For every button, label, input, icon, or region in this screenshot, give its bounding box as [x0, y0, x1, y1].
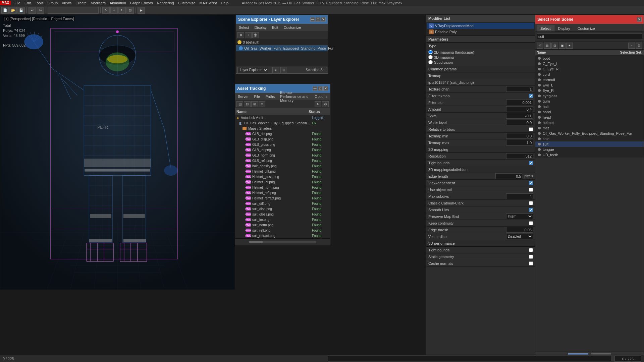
asset-row-hair-density[interactable]: PNG hair_density.png Found [235, 163, 330, 169]
close-x-btn[interactable]: ✕ [237, 32, 244, 38]
asset-row-helmet-norm[interactable]: PNG Helmet_norm.png Found [235, 185, 330, 190]
obj-met[interactable]: met [535, 125, 644, 131]
menu-select[interactable]: Select [237, 25, 251, 30]
obj-hand[interactable]: hand [535, 109, 644, 115]
cache-normals-checkbox[interactable] [529, 261, 533, 265]
timeline-track[interactable] [328, 356, 612, 361]
obj-eyeglass[interactable]: eyeglass [535, 93, 644, 99]
at-close-btn[interactable]: ✕ [323, 86, 328, 91]
sfs-highlight[interactable]: ✦ [566, 43, 573, 49]
sfs-close-x[interactable]: ✕ [537, 43, 543, 49]
params-title[interactable]: Parameters [426, 36, 535, 43]
new-btn[interactable]: 📄 [1, 7, 9, 14]
asset-row-helmet-diff[interactable]: PNG Helmet_diff.png Found [235, 169, 330, 174]
tex-chan-input[interactable] [506, 86, 533, 92]
amount-input[interactable] [506, 106, 533, 112]
relative-bbox-checkbox[interactable] [529, 127, 533, 131]
edge-length-input[interactable] [495, 173, 522, 179]
type-section[interactable]: Type [426, 43, 535, 49]
obj-suit[interactable]: suit [535, 141, 644, 147]
edge-thresh-input[interactable] [506, 227, 533, 233]
at-scroll-thumb[interactable] [249, 241, 263, 243]
sfs-select-all[interactable]: ⊞ [544, 43, 551, 49]
static-geom-checkbox[interactable] [529, 255, 533, 259]
new-layer-btn[interactable]: + [245, 32, 252, 38]
at-tool2[interactable]: ⊡ [244, 101, 251, 107]
redo-btn[interactable]: ↪ [37, 7, 44, 14]
obj-hair[interactable]: hair [535, 104, 644, 109]
obj-boot[interactable]: boot [535, 56, 644, 61]
status-tool1[interactable]: ≡ [272, 67, 279, 73]
at-refresh[interactable]: ↻ [315, 101, 321, 107]
modifier-vray[interactable]: V VRayDisplacementMod [427, 23, 534, 29]
at-maximize-btn[interactable]: □ [318, 86, 323, 91]
move-btn[interactable]: ✛ [110, 7, 118, 14]
sfs-none[interactable]: ▣ [559, 43, 566, 49]
sfs-filter[interactable]: ≡ [628, 43, 635, 49]
asset-row-suit-disp[interactable]: PNG suit_disp.png Found [235, 206, 330, 212]
texmap-max-input[interactable] [506, 140, 533, 145]
maximize-btn[interactable]: □ [316, 17, 320, 22]
preserve-map-dropdown[interactable]: Interr Linear [506, 214, 533, 219]
rotate-btn[interactable]: ↻ [118, 7, 126, 14]
viewport-main[interactable]: PEFR [+] [Perspective] [Realistic + Edge… [0, 15, 235, 290]
menu-views[interactable]: Views [60, 1, 73, 5]
menu-modifiers[interactable]: Modifiers [89, 1, 108, 5]
obj-head[interactable]: head [535, 115, 644, 120]
tab-select[interactable]: Select [537, 25, 554, 32]
asset-row-suit-refract[interactable]: PNG suit_refract.png Found [235, 233, 330, 238]
at-minimize-btn[interactable]: — [313, 86, 317, 91]
save-btn[interactable]: 💾 [17, 7, 25, 14]
at-tool4[interactable]: ≡ [259, 101, 265, 107]
texmap-section[interactable]: Texmap [426, 72, 535, 79]
keep-continuity-checkbox[interactable] [529, 221, 533, 225]
obj-gum[interactable]: gum [535, 99, 644, 104]
obj-helmet[interactable]: helmet [535, 120, 644, 125]
radio-subdiv-input[interactable] [428, 60, 433, 64]
common-params-section[interactable]: Common params [426, 66, 535, 72]
smooth-uvs-checkbox[interactable] [529, 208, 533, 212]
asset-row-suit-ior[interactable]: PNG suit_ior.png Found [235, 217, 330, 222]
resolution-input[interactable] [506, 153, 533, 159]
asset-row-main-file[interactable]: ◧ Oil_Gas_Worker_Fully_Equipped_Standing… [235, 120, 330, 126]
scale-btn[interactable]: ⊡ [126, 7, 134, 14]
radio-3d[interactable]: 3D mapping [428, 55, 533, 59]
filter-texmap-checkbox[interactable] [529, 94, 533, 98]
sfs-invert[interactable]: ⊡ [551, 43, 558, 49]
obj-eye-r[interactable]: Eye_R [535, 88, 644, 93]
status-tool2[interactable]: ⊞ [280, 67, 287, 73]
menu-display[interactable]: Display [253, 25, 268, 30]
layer-row-fur[interactable]: Oil_Gas_Worker_Fully_Equipped_Standing_P… [236, 45, 328, 51]
obj-main-file[interactable]: Oil_Gas_Worker_Fully_Equipped_Standing_P… [535, 131, 644, 136]
at-menu-options[interactable]: Options [313, 94, 329, 99]
obj-c-eye-l[interactable]: C_Eye_L [535, 61, 644, 66]
modifier-editable-poly[interactable]: E Editable Poly [427, 29, 534, 35]
shift-input[interactable] [506, 113, 533, 119]
at-tool3[interactable]: ⊞ [251, 101, 258, 107]
at-tool1[interactable]: ▤ [236, 101, 243, 107]
menu-edit[interactable]: Edit [22, 1, 33, 5]
vector-disp-dropdown[interactable]: Disabled Tangent Object [506, 234, 533, 239]
workspace-input[interactable]: Workspace: Default [48, 7, 99, 14]
view-dependent-checkbox[interactable] [529, 181, 533, 185]
delete-layer-btn[interactable]: 🗑 [252, 32, 259, 38]
at-menu-server[interactable]: Server [236, 94, 250, 99]
mapping-2d-section[interactable]: 2D mapping [426, 146, 535, 153]
radio-3d-input[interactable] [428, 55, 433, 59]
menu-file[interactable]: File [12, 1, 22, 5]
open-btn[interactable]: 📂 [9, 7, 17, 14]
obj-ud-teeth[interactable]: UD_teeth [535, 152, 644, 158]
obj-c-eye-r[interactable]: C_Eye_R [535, 66, 644, 72]
menu-group[interactable]: Group [46, 1, 60, 5]
tight-bounds-checkbox[interactable] [529, 161, 533, 165]
asset-row-glb-ior[interactable]: PNG GLB_ior.png Found [235, 147, 330, 153]
menu-tools[interactable]: Tools [33, 1, 46, 5]
tab-display[interactable]: Display [554, 25, 574, 32]
at-menu-file[interactable]: File [253, 94, 261, 99]
obj-sole[interactable]: sole [535, 136, 644, 141]
asset-row-maps[interactable]: Maps / Shaders [235, 126, 330, 131]
menu-edit-layers[interactable]: Edit [271, 25, 280, 30]
minimize-btn[interactable]: — [310, 17, 315, 22]
asset-row-helmet-refract[interactable]: PNG Helmet_refract.png Found [235, 195, 330, 201]
menu-create[interactable]: Create [73, 1, 89, 5]
